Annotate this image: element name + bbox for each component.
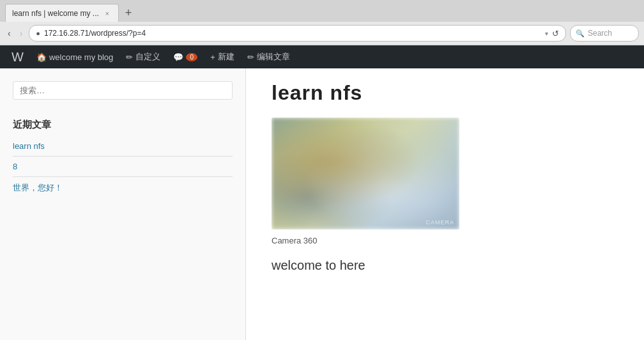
- search-icon: 🔍: [576, 29, 585, 38]
- recent-post-link-2[interactable]: 8: [13, 159, 233, 174]
- post-subtitle: welcome to here: [272, 258, 618, 273]
- sidebar: 近期文章 learn nfs 8 世界，您好！: [0, 68, 246, 340]
- url-favicon-icon: ●: [36, 29, 40, 37]
- browser-chrome: learn nfs | welcome my ... × + ‹ › ● ▾ ↺…: [0, 0, 644, 45]
- post-image-canvas: [272, 118, 459, 229]
- wp-new-label: 新建: [218, 51, 234, 63]
- forward-button[interactable]: ›: [17, 27, 26, 40]
- page-wrapper: 近期文章 learn nfs 8 世界，您好！ learn nfs CAMERA…: [0, 68, 644, 340]
- sidebar-search-input[interactable]: [13, 81, 233, 100]
- search-placeholder-text: Search: [588, 29, 612, 38]
- post-featured-image: CAMERA: [272, 118, 459, 229]
- wp-comments-badge: 0: [186, 53, 197, 61]
- wp-admin-edit-post[interactable]: ✏ 编辑文章: [241, 45, 296, 68]
- wp-customize-label: 自定义: [135, 51, 160, 63]
- wp-site-name-label: welcome my blog: [49, 52, 113, 62]
- recent-post-link-1[interactable]: learn nfs: [13, 139, 233, 153]
- url-dropdown-icon[interactable]: ▾: [545, 30, 548, 37]
- wp-admin-new[interactable]: + 新建: [204, 45, 241, 68]
- post-title: learn nfs: [272, 81, 618, 105]
- tab-close-button[interactable]: ×: [103, 9, 112, 18]
- main-content: learn nfs CAMERA Camera 360 welcome to h…: [246, 68, 644, 340]
- recent-posts-title: 近期文章: [13, 119, 233, 131]
- wp-edit-label: 编辑文章: [257, 51, 290, 63]
- browser-tab-active[interactable]: learn nfs | welcome my ... ×: [5, 4, 119, 22]
- url-refresh-button[interactable]: ↺: [552, 29, 559, 38]
- wp-comments-icon: 💬: [173, 52, 183, 62]
- url-bar[interactable]: ● ▾ ↺: [29, 25, 566, 42]
- divider-2: [13, 176, 233, 177]
- image-caption: Camera 360: [272, 236, 618, 245]
- wp-admin-comments[interactable]: 💬 0: [167, 45, 204, 68]
- wp-logo-icon: W: [12, 50, 24, 65]
- wp-logo-item[interactable]: W: [5, 45, 30, 68]
- wp-admin-bar: W 🏠 welcome my blog ✏ 自定义 💬 0 + 新建 ✏ 编辑文…: [0, 45, 644, 68]
- browser-search-box[interactable]: 🔍 Search: [570, 25, 639, 42]
- url-input[interactable]: [44, 29, 541, 38]
- camera-watermark: CAMERA: [425, 219, 454, 226]
- back-button[interactable]: ‹: [5, 27, 13, 40]
- wp-home-icon: 🏠: [36, 52, 47, 62]
- post-image-container: CAMERA: [272, 118, 618, 229]
- tab-title: learn nfs | welcome my ...: [12, 9, 99, 18]
- wp-customize-icon: ✏: [126, 52, 133, 62]
- tab-bar: learn nfs | welcome my ... × +: [0, 0, 644, 22]
- wp-admin-customize[interactable]: ✏ 自定义: [119, 45, 167, 68]
- new-tab-button[interactable]: +: [123, 6, 135, 20]
- recent-post-link-3[interactable]: 世界，您好！: [13, 180, 233, 196]
- wp-edit-icon: ✏: [247, 52, 254, 62]
- address-bar: ‹ › ● ▾ ↺ 🔍 Search: [0, 22, 644, 45]
- wp-new-icon: +: [210, 52, 215, 62]
- wp-admin-site-name[interactable]: 🏠 welcome my blog: [30, 45, 119, 68]
- recent-posts-section: 近期文章 learn nfs 8 世界，您好！: [13, 119, 233, 196]
- divider-1: [13, 156, 233, 157]
